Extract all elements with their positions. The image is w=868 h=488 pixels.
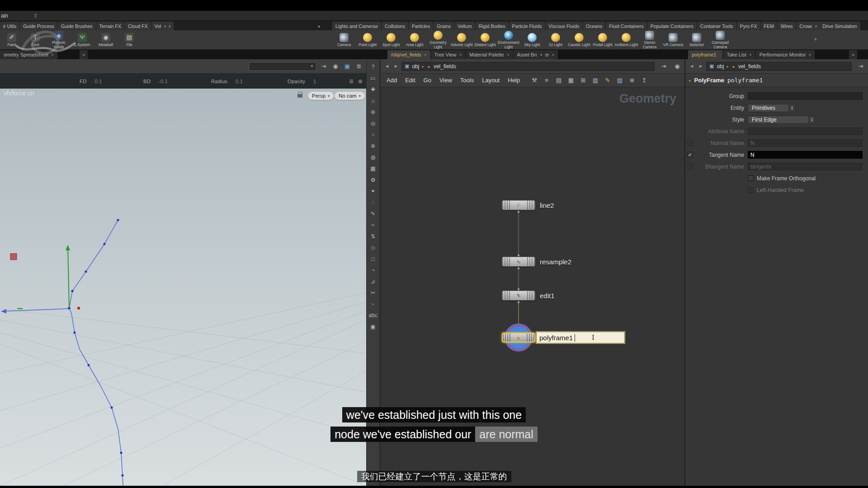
viewport-tool-icon-0[interactable]: ? bbox=[368, 62, 378, 72]
node-rename-input[interactable]: polyframe1 I bbox=[536, 332, 625, 343]
param-dropdown[interactable]: Primitives ▲▼ bbox=[748, 104, 796, 112]
path-current[interactable]: vel_fields bbox=[738, 63, 761, 70]
shelf-tab-right-2[interactable]: Particles bbox=[409, 22, 433, 30]
zoom-icon[interactable]: ⊕ bbox=[628, 76, 636, 84]
viewport-tool-icon-15[interactable]: ⇅ bbox=[368, 231, 378, 241]
forward-icon[interactable]: ▶ bbox=[392, 63, 400, 70]
viewport-tool-icon-12[interactable]: ◌ bbox=[368, 197, 378, 207]
viewport-tool-icon-20[interactable]: ✂ bbox=[368, 288, 378, 298]
shelf-tab-right-0[interactable]: Lights and Cameras bbox=[332, 22, 381, 30]
viewport-tool-icon-22[interactable]: abc bbox=[368, 310, 378, 320]
param-text-input[interactable]: N bbox=[748, 139, 863, 147]
viewport-camera-select[interactable]: ▼ bbox=[249, 62, 316, 71]
shelf-tab-right-10[interactable]: Populate Containers bbox=[647, 22, 697, 30]
param-toggle-checkbox[interactable] bbox=[748, 175, 754, 181]
pin-pane-icon[interactable]: ⇥ bbox=[659, 62, 668, 71]
shelf-tab-4[interactable]: Cloud FX bbox=[125, 22, 151, 30]
pane-tab-center-3[interactable]: Asset Browser × bbox=[514, 50, 558, 59]
light-camera-tool-13[interactable]: Stereo Camera bbox=[638, 30, 661, 50]
param-dropdown[interactable]: First Edge ▲▼ bbox=[748, 116, 816, 124]
viewport-tool-icon-1[interactable]: ▭ bbox=[368, 73, 378, 83]
path-current[interactable]: vel_fields bbox=[434, 63, 456, 70]
node-1[interactable]: ∿ resample2 bbox=[502, 257, 571, 267]
viewport-tool-icon-4[interactable]: ⊛ bbox=[368, 107, 378, 117]
light-camera-tool-12[interactable]: Ambient Light bbox=[614, 30, 638, 50]
param-toggle-checkbox[interactable] bbox=[748, 187, 754, 193]
pane-tab-right-2[interactable]: Performance Monitor × bbox=[756, 50, 815, 59]
viewport-tool-icon-21[interactable]: ▫ bbox=[368, 299, 378, 309]
viewport-tool-icon-2[interactable]: ✚ bbox=[368, 84, 378, 94]
viewport-tool-icon-16[interactable]: ◇ bbox=[368, 243, 378, 253]
viewport-tool-icon-14[interactable]: ≈ bbox=[368, 220, 378, 230]
color-palette-icon[interactable]: ✎ bbox=[604, 76, 612, 84]
customize-icon[interactable]: ⚒ bbox=[530, 76, 538, 84]
back-icon[interactable]: ◀ bbox=[688, 63, 695, 70]
light-camera-tool-11[interactable]: Portal Light bbox=[591, 30, 614, 50]
pane-menu-icon[interactable]: ≣ bbox=[354, 62, 363, 71]
pin-pane-icon[interactable]: ⇥ bbox=[856, 62, 865, 71]
param-text-input[interactable] bbox=[748, 92, 863, 100]
viewport-tool-icon-19[interactable]: ⊿ bbox=[368, 277, 378, 286]
forward-icon[interactable]: ▶ bbox=[697, 63, 704, 70]
close-tab-icon[interactable]: × bbox=[459, 52, 462, 57]
light-camera-tool-8[interactable]: Sky Light bbox=[520, 30, 544, 50]
shelf-tab-right-6[interactable]: Particle Fluids bbox=[509, 22, 545, 30]
pane-tab-geometry-spreadsheet[interactable]: ometry Spreadsheet × bbox=[0, 50, 57, 59]
link-pane-icon[interactable]: ◉ bbox=[673, 62, 682, 71]
menu-4[interactable]: Tools bbox=[456, 74, 478, 87]
param-enable-checkbox[interactable] bbox=[687, 152, 693, 158]
light-camera-tool-6[interactable]: Distant Light bbox=[473, 30, 497, 50]
param-text-input[interactable] bbox=[748, 127, 863, 135]
option-bd[interactable]: BD -0.1 bbox=[143, 74, 168, 89]
add-shelf-tab-button[interactable]: + bbox=[161, 22, 169, 30]
add-shelf-tab-button-right[interactable]: + bbox=[812, 22, 820, 30]
network-path-field[interactable]: ▣ obj ▸ ▲ vel_fields bbox=[401, 62, 655, 71]
viewport-tool-icon-23[interactable]: ▣ bbox=[368, 322, 378, 332]
shelf-tab-right-1[interactable]: Collisions bbox=[382, 22, 408, 30]
frame-all-icon[interactable]: ⊞ bbox=[579, 76, 587, 84]
shelf-tab-right-13[interactable]: FEM bbox=[761, 22, 777, 30]
light-camera-tool-4[interactable]: Geometry Light bbox=[426, 30, 450, 50]
shelf-tool-0[interactable]: ✐ Paint bbox=[0, 30, 24, 50]
node-0[interactable]: ∕ line2 bbox=[502, 200, 554, 210]
viewport-canvas[interactable]: vfxforce.cn bbox=[0, 89, 366, 486]
node-body-3[interactable]: ▲ bbox=[502, 333, 535, 343]
shelf-tab-right-4[interactable]: Vellum bbox=[454, 22, 475, 30]
close-tab-icon[interactable]: × bbox=[552, 52, 554, 57]
light-camera-tool-3[interactable]: Area Light bbox=[403, 30, 426, 50]
shelf-tab-right-11[interactable]: Container Tools bbox=[697, 22, 736, 30]
param-enable-checkbox[interactable] bbox=[687, 140, 693, 146]
light-camera-tool-5[interactable]: Volume Light bbox=[450, 30, 473, 50]
shelf-tool-2[interactable]: ◆ Platonic Solids bbox=[47, 30, 71, 50]
shelf-tab-right-8[interactable]: Oceans bbox=[583, 22, 605, 30]
light-camera-tool-1[interactable]: Point Light bbox=[356, 30, 379, 50]
sliders-icon[interactable]: ≣ bbox=[349, 78, 354, 84]
option-radius[interactable]: Radius 0.1 bbox=[211, 74, 243, 89]
viewport-tool-icon-10[interactable]: ✿ bbox=[368, 175, 378, 185]
close-tab-icon[interactable]: × bbox=[51, 52, 54, 57]
shelf-up-arrow-icon[interactable]: ⇧ bbox=[33, 13, 38, 19]
jump-up-icon[interactable]: ↥ bbox=[640, 76, 648, 84]
params-path-field[interactable]: ▣ obj ▸ ▲ vel_fields bbox=[706, 62, 852, 71]
shelf-tool-1[interactable]: T Font bbox=[24, 30, 47, 50]
light-camera-tool-16[interactable]: Gamepad Camera bbox=[708, 30, 732, 50]
geometry-context-icon[interactable]: ▣ bbox=[343, 62, 352, 71]
link-pane-icon[interactable]: ◉ bbox=[331, 62, 340, 71]
close-tab-icon[interactable]: × bbox=[749, 52, 752, 57]
light-camera-tool-15[interactable]: Switcher bbox=[685, 30, 708, 50]
tree-view-icon[interactable]: ≡ bbox=[542, 76, 551, 84]
shelf-overflow-icon[interactable]: ▾ bbox=[318, 24, 320, 29]
viewport-tool-icon-17[interactable]: □ bbox=[368, 254, 378, 264]
back-icon[interactable]: ◀ bbox=[383, 63, 391, 70]
light-camera-tool-14[interactable]: VR Camera bbox=[661, 30, 685, 50]
option-fd[interactable]: FD 0.1 bbox=[80, 74, 102, 89]
light-camera-tool-7[interactable]: Environment Light bbox=[497, 30, 520, 50]
param-enable-checkbox[interactable] bbox=[687, 164, 693, 169]
menu-2[interactable]: Go bbox=[420, 74, 435, 87]
menu-1[interactable]: Edit bbox=[401, 74, 419, 87]
close-tab-icon[interactable]: × bbox=[808, 52, 811, 57]
shelf-tab-right-5[interactable]: Rigid Bodies bbox=[476, 22, 509, 30]
path-root[interactable]: obj bbox=[412, 63, 419, 70]
light-camera-tool-10[interactable]: Caustic Light bbox=[567, 30, 591, 50]
param-text-input[interactable]: tangentv bbox=[748, 163, 863, 170]
